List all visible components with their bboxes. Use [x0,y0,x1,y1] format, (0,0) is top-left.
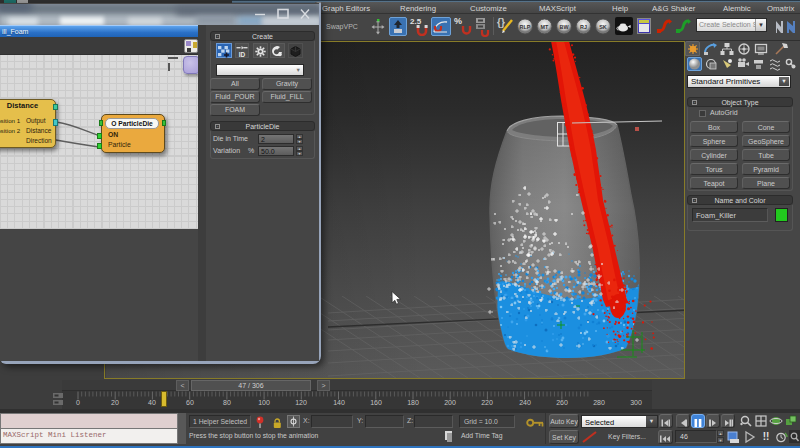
svg-text:RJ: RJ [580,24,587,30]
svg-text:ID: ID [239,51,246,58]
svg-text:RLP: RLP [520,24,531,30]
svg-text:MT: MT [541,24,549,30]
svg-text:BW: BW [560,24,570,30]
svg-text:SK: SK [599,24,607,30]
